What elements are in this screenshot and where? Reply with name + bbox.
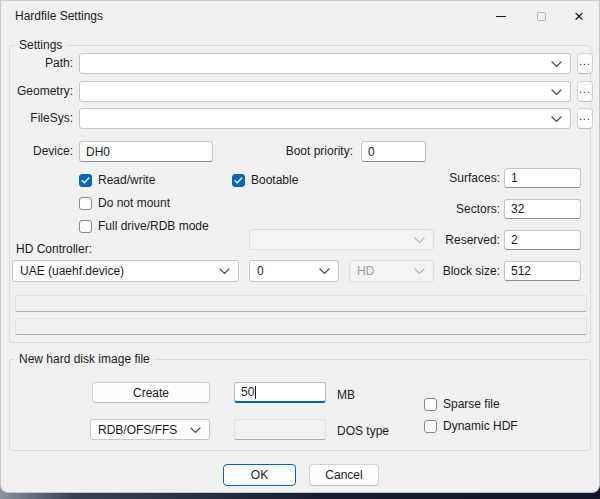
path-combobox[interactable] — [79, 53, 571, 74]
minimize-button[interactable] — [481, 2, 521, 30]
filesys-combobox[interactable] — [79, 108, 571, 129]
read-write-checkbox[interactable]: Read/write — [79, 173, 155, 187]
size-mb-value: 50 — [241, 385, 254, 399]
controller-unit-combobox[interactable]: 0 — [249, 260, 339, 282]
hd-controller-label: HD Controller: — [16, 239, 92, 259]
checkbox-unchecked-icon — [424, 398, 437, 411]
boot-priority-input[interactable] — [361, 141, 426, 162]
sparse-file-label: Sparse file — [443, 397, 500, 411]
controller-mode-combobox — [249, 229, 434, 250]
filesystem-value: RDB/OFS/FFS — [98, 423, 190, 437]
hardfile-settings-dialog: Hardfile Settings ✕ Settings Path: ... G… — [0, 0, 600, 493]
path-browse-button[interactable]: ... — [577, 53, 593, 74]
sparse-file-checkbox[interactable]: Sparse file — [424, 397, 500, 411]
minimize-icon — [496, 16, 506, 17]
ok-button[interactable]: OK — [223, 464, 296, 486]
chevron-down-icon — [551, 57, 562, 71]
dynamic-hdf-label: Dynamic HDF — [443, 419, 518, 433]
read-write-label: Read/write — [98, 173, 155, 187]
close-icon: ✕ — [574, 10, 585, 23]
chevron-down-icon — [219, 264, 230, 278]
filesys-browse-button[interactable]: ... — [577, 108, 593, 129]
surfaces-label: Surfaces: — [411, 168, 500, 188]
settings-group-label: Settings — [15, 38, 66, 52]
checkbox-unchecked-icon — [79, 220, 92, 233]
surfaces-input[interactable] — [504, 168, 581, 188]
controller-type-value: HD — [357, 264, 414, 278]
maximize-icon — [537, 12, 546, 21]
hardfile-info-field-1 — [15, 295, 587, 312]
checkbox-unchecked-icon — [79, 197, 92, 210]
filesystem-combobox[interactable]: RDB/OFS/FFS — [90, 419, 210, 440]
bootable-label: Bootable — [251, 173, 298, 187]
sectors-label: Sectors: — [411, 199, 500, 219]
hd-controller-combobox[interactable]: UAE (uaehf.device) — [12, 260, 239, 282]
size-mb-input[interactable]: 50 — [234, 382, 326, 403]
geometry-combobox[interactable] — [79, 81, 571, 102]
reserved-input[interactable] — [504, 230, 581, 250]
text-caret — [255, 386, 256, 399]
checkbox-checked-icon — [79, 174, 92, 187]
hardfile-info-field-2 — [15, 318, 587, 335]
geometry-label: Geometry: — [11, 81, 73, 101]
device-input[interactable] — [79, 141, 213, 162]
full-drive-rdb-checkbox[interactable]: Full drive/RDB mode — [79, 219, 209, 233]
do-not-mount-checkbox[interactable]: Do not mount — [79, 196, 170, 210]
filesys-label: FileSys: — [11, 108, 73, 128]
sectors-input[interactable] — [504, 199, 581, 219]
maximize-button[interactable] — [521, 2, 561, 30]
path-label: Path: — [11, 53, 73, 73]
full-drive-rdb-label: Full drive/RDB mode — [98, 219, 209, 233]
create-button[interactable]: Create — [92, 382, 210, 403]
chevron-down-icon — [190, 423, 201, 437]
hd-controller-value: UAE (uaehf.device) — [20, 264, 219, 278]
bootable-checkbox[interactable]: Bootable — [232, 173, 298, 187]
dos-type-label: DOS type — [337, 421, 389, 441]
controller-type-combobox: HD — [349, 260, 434, 282]
do-not-mount-label: Do not mount — [98, 196, 170, 210]
chevron-down-icon — [551, 112, 562, 126]
screen: Hardfile Settings ✕ Settings Path: ... G… — [0, 0, 600, 499]
dos-type-field — [234, 419, 326, 440]
chevron-down-icon — [414, 264, 425, 278]
chevron-down-icon — [551, 85, 562, 99]
dynamic-hdf-checkbox[interactable]: Dynamic HDF — [424, 419, 518, 433]
block-size-input[interactable] — [504, 261, 581, 281]
mb-unit-label: MB — [337, 385, 355, 405]
title-bar[interactable]: Hardfile Settings ✕ — [1, 1, 599, 31]
new-file-group-label: New hard disk image file — [15, 352, 154, 366]
close-button[interactable]: ✕ — [559, 2, 599, 30]
geometry-browse-button[interactable]: ... — [577, 81, 593, 102]
cancel-button[interactable]: Cancel — [309, 464, 379, 486]
device-label: Device: — [11, 141, 73, 161]
chevron-down-icon — [414, 233, 425, 247]
chevron-down-icon — [319, 264, 330, 278]
controller-unit-value: 0 — [257, 264, 319, 278]
checkbox-checked-icon — [232, 174, 245, 187]
checkbox-unchecked-icon — [424, 420, 437, 433]
window-title: Hardfile Settings — [15, 9, 103, 23]
boot-priority-label: Boot priority: — [241, 141, 353, 161]
